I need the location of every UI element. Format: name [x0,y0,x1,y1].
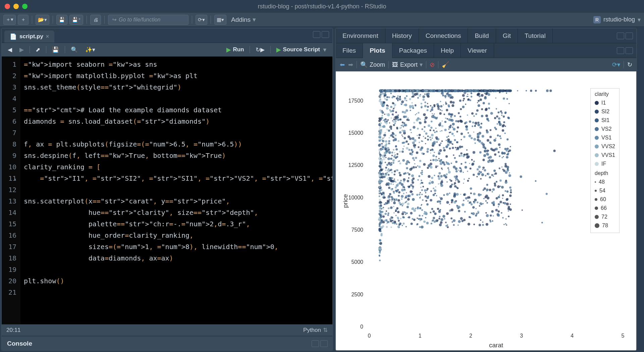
save-all-button[interactable]: 💾⁺ [69,15,83,25]
plot-next-button[interactable]: ➡ [348,61,353,68]
svg-point-2067 [430,153,431,154]
svg-point-1327 [403,181,405,182]
forward-button[interactable]: ▶ [17,45,26,54]
maximize-env-icon[interactable] [626,33,633,39]
run-button[interactable]: ▶ Run [224,45,247,54]
svg-point-2438 [486,150,489,152]
find-button[interactable]: 🔍 [68,45,80,54]
svg-point-1887 [433,116,436,118]
wand-button[interactable]: ✨▾ [83,45,98,54]
minimize-window-button[interactable] [13,4,19,9]
plot-prev-button[interactable]: ⬅ [340,61,345,68]
code-editor[interactable]: 12345678910 ▾1112131415161718192021 ="kw… [2,57,332,324]
close-tab-button[interactable]: × [46,34,49,40]
svg-point-2466 [492,90,494,92]
svg-point-2380 [477,90,479,92]
svg-point-2343 [416,113,417,114]
back-button[interactable]: ◀ [5,45,15,54]
svg-point-958 [381,110,382,111]
svg-point-2224 [430,166,432,169]
tab-connections[interactable]: Connections [419,28,468,43]
svg-point-1807 [381,208,382,210]
svg-point-2420 [442,90,443,91]
minimize-pane-icon[interactable] [313,31,320,38]
tab-history[interactable]: History [385,28,419,43]
window-title: rstudio-blog - post/rstudio-v1.4-python … [258,3,386,10]
svg-point-2232 [421,182,422,183]
minimize-env-icon[interactable] [617,33,624,39]
maximize-console-icon[interactable] [320,340,328,347]
svg-point-1541 [493,170,496,172]
svg-point-1951 [465,104,466,105]
svg-point-1831 [403,173,405,175]
save-file-button[interactable]: 💾 [49,45,62,54]
svg-point-1795 [438,210,440,212]
svg-point-1346 [466,149,468,151]
svg-point-2129 [405,212,406,213]
svg-point-2441 [414,90,416,92]
svg-point-1197 [402,111,404,113]
tab-files[interactable]: Files [336,43,363,58]
tab-packages[interactable]: Packages [392,43,434,58]
svg-point-13 [434,131,436,133]
source-script-button[interactable]: ▶ Source Script ▾ [274,45,329,54]
reload-button[interactable]: ⟳▾ [196,15,207,25]
svg-point-2372 [477,93,479,96]
open-file-button[interactable]: 📂▾ [36,15,49,25]
svg-point-2315 [411,149,413,151]
svg-point-1248 [394,138,397,141]
svg-point-1670 [385,162,386,163]
source-tab-script[interactable]: 📄 script.py × [4,31,54,43]
zoom-window-button[interactable] [22,4,28,9]
tab-git[interactable]: Git [496,28,518,43]
svg-point-2090 [382,139,383,141]
svg-point-371 [450,217,452,219]
tab-plots[interactable]: Plots [363,43,392,58]
svg-point-226 [461,139,462,140]
svg-point-140 [426,222,429,225]
goto-file-input[interactable]: ↪ Go to file/function [108,15,189,25]
print-button[interactable]: 🖨 [90,15,101,25]
minimize-console-icon[interactable] [312,340,319,347]
save-button[interactable]: 💾 [56,15,67,25]
tab-environment[interactable]: Environment [336,28,385,43]
svg-point-2087 [491,174,493,176]
svg-point-732 [425,192,426,193]
pane-layout-button[interactable]: ▦▾ [214,15,226,25]
svg-point-1763 [398,161,399,162]
tab-help[interactable]: Help [434,43,461,58]
plot-export-button[interactable]: 🖼 Export ▾ [392,61,423,68]
language-indicator[interactable]: Python [303,327,321,334]
svg-point-1364 [384,114,385,115]
re-run-button[interactable]: ↻▶ [253,45,267,54]
maximize-pane-icon[interactable] [322,31,329,38]
svg-point-292 [497,214,500,217]
new-file-button[interactable]: ＋▾ [3,15,16,25]
svg-point-2456 [447,90,449,92]
minimize-plot-icon[interactable] [617,47,624,54]
maximize-plot-icon[interactable] [626,47,633,54]
tab-tutorial[interactable]: Tutorial [518,28,553,43]
plot-sync-button[interactable]: ⟳▾ [612,61,620,68]
new-r-script-button[interactable]: ＋ [18,15,29,25]
popout-button[interactable]: ⬈ [33,45,43,54]
plot-zoom-button[interactable]: 🔍 Zoom [360,61,385,68]
svg-point-1588 [408,119,410,121]
plot-clear-button[interactable]: 🧹 [442,61,449,68]
svg-point-2481 [417,165,418,166]
plot-remove-button[interactable]: ⊘ [430,61,435,68]
svg-point-2057 [412,93,414,95]
svg-point-1357 [507,153,509,155]
plot-refresh-button[interactable]: ↻ [627,61,632,68]
svg-point-1744 [490,160,493,163]
svg-point-850 [499,167,500,169]
svg-point-2270 [427,103,428,104]
tab-build[interactable]: Build [468,28,496,43]
close-window-button[interactable] [5,4,10,9]
project-label[interactable]: rstudio-blog [603,16,635,23]
console-pane-header[interactable]: Console [2,336,332,350]
svg-point-2467 [461,90,464,92]
svg-point-646 [429,129,431,131]
addins-menu[interactable]: Addins▾ [231,16,256,23]
tab-viewer[interactable]: Viewer [461,43,494,58]
